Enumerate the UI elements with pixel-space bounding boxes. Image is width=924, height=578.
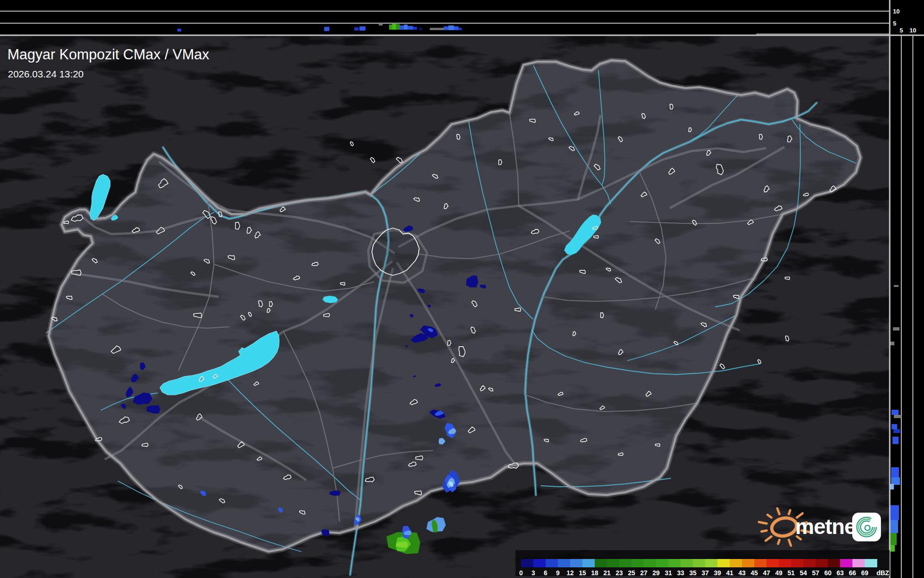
town-outline — [689, 127, 691, 132]
legend-tick-label: 18 — [591, 569, 598, 577]
legend-color-cell — [754, 559, 767, 567]
top-height-profile-panel: 105 — [0, 0, 924, 35]
height-axis-label: 10 — [910, 27, 916, 34]
profile-echo — [177, 29, 181, 32]
map-area — [0, 0, 924, 578]
legend-color-cell — [742, 559, 754, 567]
legend-color-cell — [558, 559, 571, 567]
profile-echo — [419, 28, 422, 30]
right-profile-background — [890, 35, 924, 578]
legend-tick-label: 57 — [812, 569, 819, 577]
radar-app: 105 510 03691215182123252729313335373941… — [0, 0, 924, 578]
legend-color-cell — [840, 559, 853, 567]
town-outline — [655, 444, 660, 446]
top-profile-background — [0, 0, 924, 35]
legend-color-cell — [853, 559, 865, 567]
legend-color-cell — [521, 559, 534, 567]
legend-color-cell — [705, 559, 718, 567]
town-outline — [270, 302, 273, 307]
legend-color-cell — [546, 559, 558, 567]
legend-tick-label: 37 — [702, 569, 709, 577]
profile-echo — [413, 27, 417, 30]
timestamp: 2026.03.24 13:20 — [8, 69, 84, 79]
legend-tick-label: 0 — [519, 569, 523, 577]
legend-tick-label: 9 — [556, 569, 560, 577]
profile-echo — [891, 467, 899, 477]
profile-echo — [389, 25, 392, 30]
profile-echo — [890, 533, 897, 545]
profile-echo — [890, 505, 899, 520]
legend-tick-label: 33 — [677, 569, 685, 577]
legend-tick-label: 47 — [763, 569, 770, 577]
legend-color-cell — [570, 559, 583, 567]
legend-tick-label: 35 — [689, 569, 697, 577]
profile-echo — [891, 477, 900, 485]
legend-tick-label: 3 — [532, 569, 535, 577]
legend-tick-label: 51 — [787, 569, 795, 577]
profile-echo — [379, 23, 383, 25]
legend-color-cell — [804, 559, 816, 567]
profile-echo — [324, 27, 329, 31]
legend-tick-label: 31 — [665, 569, 672, 577]
profile-echo — [890, 545, 895, 552]
town-outline — [593, 227, 598, 229]
height-axis-label: 5 — [899, 27, 903, 34]
town-outline — [64, 221, 69, 224]
legend-tick-label: 27 — [640, 569, 647, 577]
legend-color-cell — [644, 559, 656, 567]
profile-echo — [354, 27, 358, 31]
town-outline — [670, 104, 673, 109]
legend-color-cell — [668, 559, 681, 567]
legend-color-cell — [534, 559, 546, 567]
profile-echo — [400, 25, 404, 30]
legend-color-cell — [865, 559, 877, 567]
legend-tick-label: 29 — [653, 569, 660, 577]
profile-echo — [396, 24, 400, 30]
profile-echo — [892, 424, 897, 429]
legend-tick-label: 63 — [836, 569, 844, 577]
legend-color-cell — [595, 559, 607, 567]
town-outline — [515, 308, 521, 311]
town-outline — [618, 453, 623, 456]
town-outline — [324, 313, 330, 317]
legend-tick-label: 54 — [800, 569, 807, 577]
profile-echo — [893, 437, 899, 444]
town-outline — [142, 443, 148, 446]
town-outline — [594, 235, 598, 238]
town-outline — [457, 134, 460, 140]
height-axis-label: 10 — [893, 8, 899, 15]
legend-tick-label: 43 — [738, 569, 746, 577]
town-outline — [415, 456, 423, 460]
legend-color-cell — [779, 559, 792, 567]
legend-color-cell — [583, 559, 595, 567]
profile-echo — [444, 26, 448, 30]
legend-color-cell — [656, 559, 669, 567]
profile-echo — [408, 26, 413, 30]
sun-ray-icon — [778, 540, 779, 544]
legend-tick-label: 12 — [566, 569, 574, 577]
legend-tick-label: 69 — [861, 569, 868, 577]
legend-color-cell — [730, 559, 742, 567]
legend-color-cell — [693, 559, 705, 567]
sun-ray-icon — [761, 531, 767, 532]
legend-color-cell — [632, 559, 644, 567]
legend-color-cell — [767, 559, 779, 567]
town-outline — [786, 336, 789, 341]
legend-color-cell — [717, 559, 730, 567]
profile-echo — [454, 26, 459, 30]
profile-echo — [459, 28, 462, 30]
legend-tick-label: 39 — [714, 569, 721, 577]
height-axis-label: 5 — [893, 20, 896, 27]
profile-echo — [392, 23, 396, 30]
sun-ray-icon — [789, 510, 790, 514]
profile-echo — [893, 429, 900, 433]
town-outline — [258, 301, 262, 307]
legend-tick-label: 60 — [824, 569, 832, 577]
profile-echo — [890, 342, 894, 345]
town-outline — [219, 212, 222, 217]
profile-echo — [448, 25, 454, 30]
legend-tick-label: 6 — [544, 569, 547, 577]
legend-tick-label: 49 — [775, 569, 783, 577]
profile-echo — [359, 26, 365, 31]
legend-tick-label: 21 — [603, 569, 611, 577]
